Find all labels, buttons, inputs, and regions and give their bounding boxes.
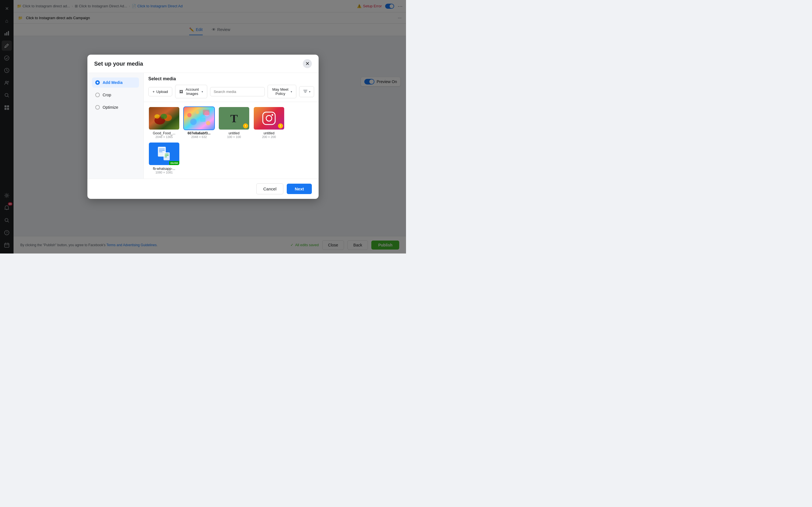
step-radio-inner	[97, 82, 98, 83]
modal-footer: Cancel Next	[87, 179, 319, 199]
svg-point-32	[206, 121, 210, 125]
step-radio-optimize	[95, 105, 100, 110]
step-add-media[interactable]: Add Media	[92, 77, 139, 88]
svg-point-24	[154, 114, 160, 119]
policy-chevron-icon: ▾	[291, 90, 292, 93]
media-name-fb-whatsapp: fb-whatsapp-...	[148, 167, 180, 171]
svg-point-26	[187, 113, 192, 117]
step-optimize[interactable]: Optimize	[92, 102, 139, 112]
filter-icon	[303, 89, 308, 95]
search-media-input[interactable]	[210, 87, 265, 96]
next-button[interactable]: Next	[287, 184, 312, 194]
media-thumb-untitled-200: !	[253, 107, 285, 130]
upload-button[interactable]: + Upload	[148, 87, 172, 96]
media-name-good-food: Good_Food_...	[148, 131, 180, 135]
media-thumb-good-food	[148, 107, 180, 130]
step-add-media-label: Add Media	[103, 80, 123, 85]
media-thumb-untitled-100: T !	[218, 107, 250, 130]
upload-label: Upload	[156, 90, 168, 94]
modal-overlay: Set up your media ✕ Add Media Crop	[0, 0, 406, 253]
t-logo-image: T !	[219, 107, 249, 129]
policy-label: May Meet Policy	[272, 87, 289, 96]
media-name-untitled-200: untitled	[253, 131, 285, 135]
media-toolbar: + Upload 🖼 Account Images ▾ May Meet Pol…	[144, 81, 319, 102]
fb-whatsapp-image: ISUSD	[149, 143, 179, 165]
step-radio-add-media	[95, 80, 100, 85]
svg-rect-40	[163, 152, 170, 160]
modal-title: Set up your media	[94, 61, 143, 67]
image-icon: 🖼	[179, 90, 183, 94]
media-name-untitled-100: untitled	[218, 131, 250, 135]
colorful-image	[184, 107, 214, 129]
modal-body: Add Media Crop Optimize Select media	[87, 73, 319, 179]
media-size-fb-whatsapp: 1080 × 1081	[148, 171, 180, 174]
step-optimize-label: Optimize	[103, 105, 118, 110]
svg-rect-25	[184, 107, 214, 129]
media-size-untitled-200: 200 × 200	[253, 135, 285, 138]
svg-point-27	[196, 111, 199, 114]
svg-point-35	[271, 114, 273, 116]
modal-close-button[interactable]: ✕	[303, 59, 312, 68]
media-size-607e8a: 2048 × 632	[183, 135, 215, 138]
warning-badge-100: !	[243, 123, 248, 128]
step-radio-crop	[95, 93, 100, 97]
media-item-good-food[interactable]: Good_Food_... 2048 × 1365	[148, 107, 180, 138]
modal-right-panel: Select media + Upload 🖼 Account Images ▾…	[144, 73, 319, 179]
media-grid: Good_Food_... 2048 × 1365	[144, 102, 319, 179]
policy-filter-button[interactable]: May Meet Policy ▾	[267, 85, 296, 98]
modal-header: Set up your media ✕	[87, 55, 319, 73]
svg-point-30	[190, 119, 197, 125]
filter-chevron-icon: ▾	[309, 90, 310, 93]
svg-rect-33	[263, 112, 275, 124]
media-size-good-food: 2048 × 1365	[148, 135, 180, 138]
media-item-untitled-100[interactable]: T ! untitled 100 × 100	[218, 107, 250, 138]
select-media-title: Select media	[144, 73, 319, 81]
modal-steps-panel: Add Media Crop Optimize	[87, 73, 144, 179]
media-name-607e8a: 607e8a6abf3...	[183, 131, 215, 135]
media-thumb-607e8a	[183, 107, 215, 130]
account-images-button[interactable]: 🖼 Account Images ▾	[175, 85, 207, 98]
step-crop[interactable]: Crop	[92, 90, 139, 100]
account-images-label: Account Images	[185, 87, 200, 96]
filter-button[interactable]: ▾	[299, 86, 314, 97]
media-item-fb-whatsapp[interactable]: ISUSD fb-whatsapp-... 1080 × 1081	[148, 142, 180, 174]
svg-rect-31	[203, 110, 209, 115]
svg-rect-28	[200, 118, 206, 122]
price-badge: ISUSD	[169, 161, 179, 165]
select-media-modal: Set up your media ✕ Add Media Crop	[87, 55, 319, 199]
warning-badge-200: !	[278, 123, 283, 128]
step-crop-label: Crop	[103, 93, 111, 97]
svg-point-34	[266, 115, 272, 121]
food-image	[149, 107, 179, 129]
svg-point-23	[161, 114, 167, 119]
cancel-button[interactable]: Cancel	[256, 183, 284, 194]
media-item-607e8a[interactable]: 607e8a6abf3... 2048 × 632	[183, 107, 215, 138]
media-thumb-fb-whatsapp: ISUSD	[148, 142, 180, 166]
chevron-down-icon: ▾	[202, 90, 203, 93]
media-item-untitled-200[interactable]: ! untitled 200 × 200	[253, 107, 285, 138]
instagram-image: !	[254, 107, 284, 129]
media-size-untitled-100: 100 × 100	[218, 135, 250, 138]
plus-icon: +	[153, 90, 155, 94]
